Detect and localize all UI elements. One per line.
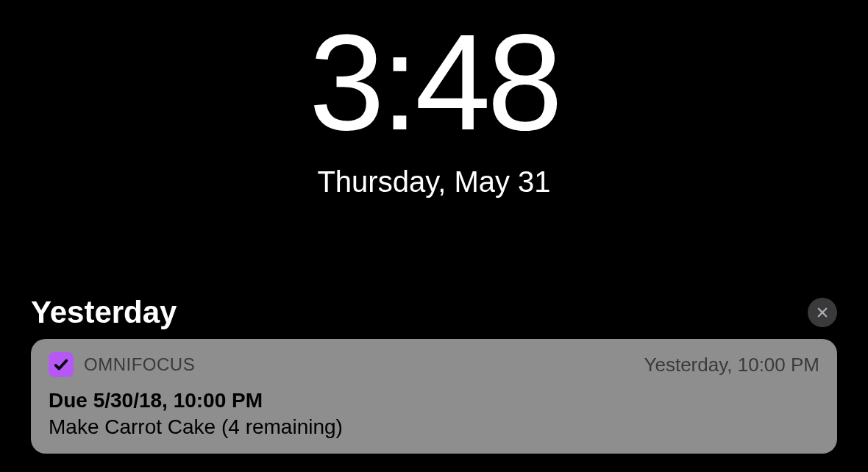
date-display: Thursday, May 31 bbox=[0, 165, 868, 199]
notification-card[interactable]: OMNIFOCUS Yesterday, 10:00 PM Due 5/30/1… bbox=[31, 339, 837, 454]
notification-section: Yesterday OMNIFOCUS Yesterday, 10:00 PM … bbox=[31, 295, 837, 454]
section-title: Yesterday bbox=[31, 295, 177, 330]
dismiss-section-button[interactable] bbox=[808, 298, 837, 327]
checkmark-icon bbox=[53, 357, 69, 373]
lockscreen-clock: 3:48 Thursday, May 31 bbox=[0, 0, 868, 199]
notification-header: OMNIFOCUS Yesterday, 10:00 PM bbox=[49, 352, 819, 377]
notification-body: Make Carrot Cake (4 remaining) bbox=[49, 415, 819, 439]
notification-timestamp: Yesterday, 10:00 PM bbox=[644, 354, 819, 376]
app-name-label: OMNIFOCUS bbox=[84, 354, 195, 375]
omnifocus-app-icon bbox=[49, 352, 74, 377]
notification-section-header: Yesterday bbox=[31, 295, 837, 330]
notification-title: Due 5/30/18, 10:00 PM bbox=[49, 389, 819, 412]
close-icon bbox=[816, 306, 829, 319]
time-display: 3:48 bbox=[0, 15, 868, 151]
